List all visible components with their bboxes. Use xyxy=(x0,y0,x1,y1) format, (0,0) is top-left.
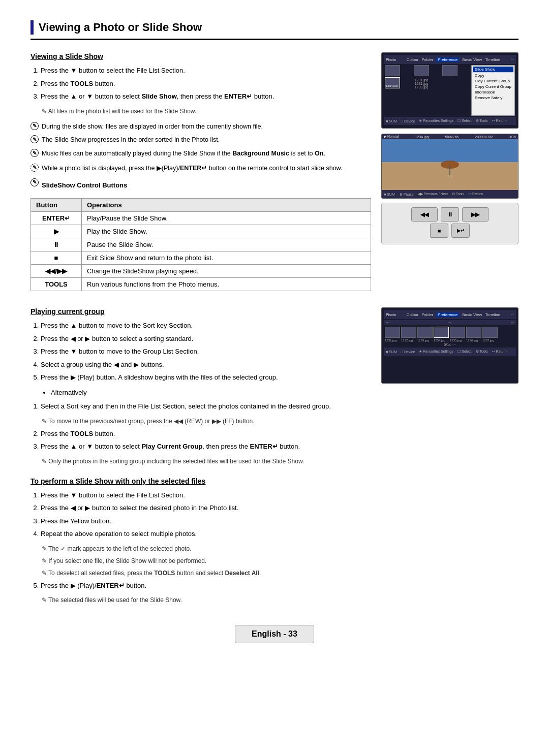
thumb-2 xyxy=(414,65,429,76)
umbrella-graphic xyxy=(440,161,460,180)
tab-basicview: Basic View xyxy=(462,57,482,62)
context-menu-copycurrent: Copy Current Group xyxy=(473,84,513,89)
tab3-basicview: Basic View xyxy=(462,312,482,317)
pcg-step-5: Press the ▶ (Play) button. A slideshow b… xyxy=(41,372,371,383)
filename-labels: 1231.jpg1232.jpg1233.jpg xyxy=(414,77,442,90)
context-menu-playcurrent: Play Current Group xyxy=(473,78,513,84)
context-menu-info: Information xyxy=(473,89,513,95)
step-3: Press the ▲ or ▼ button to select Slide … xyxy=(41,91,371,102)
g-thumb-3 xyxy=(417,327,433,338)
pcg-step-3: Press the ▼ button to move to the Group … xyxy=(41,346,371,357)
g-thumb-7 xyxy=(482,327,498,338)
playing-current-left: Playing current group Press the ▲ button… xyxy=(30,307,371,469)
bottom-sum: ■ SUM xyxy=(386,119,397,123)
thumb-3 xyxy=(442,65,458,76)
g-thumb-1 xyxy=(385,327,400,338)
page-display: 3/15 xyxy=(509,135,516,139)
alt-step1-note: ✎ To move to the previous/next group, pr… xyxy=(30,417,371,426)
g-thumb-2 xyxy=(401,327,416,338)
note-icon-5: ✎ xyxy=(30,178,39,186)
alternatively-list: Alternatively xyxy=(41,388,371,398)
sf-step-2: Press the ◀ or ▶ button to select the de… xyxy=(41,503,518,513)
g-thumb-5 xyxy=(450,327,465,338)
remote-btn-ff[interactable]: ▶▶ xyxy=(462,207,489,222)
screen-bottombar-2: ■ SUM ⏸ Pause ◀▶ Previous / Next ⚙ Tools… xyxy=(382,190,518,198)
bottom-return2: ↩ Return xyxy=(468,192,483,196)
slideshow-control-title: SlideShow Control Buttons xyxy=(42,180,127,191)
bottom-tools: ⚙ Tools xyxy=(476,119,488,123)
control-table: Button Operations ENTER↵ Play/Pause the … xyxy=(30,198,371,291)
tab3-folder: Folder xyxy=(421,312,433,317)
screen-infobar-2: ▶ Normal 1234.jpg 580x765 2009/01/02 3/1… xyxy=(382,134,518,139)
bottom3-return: ↩ Return xyxy=(492,350,507,354)
tab3-timeline: Timeline xyxy=(485,312,500,317)
tab-preference: Preference xyxy=(436,57,459,62)
table-row: ⏸ Pause the Slide Show. xyxy=(31,238,371,251)
pcg-step-1: Press the ▲ button to move to the Sort k… xyxy=(41,321,371,331)
table-header-button: Button xyxy=(31,199,82,212)
btn-pause: ⏸ xyxy=(31,238,82,251)
remote-btn-stop[interactable]: ■ xyxy=(430,224,448,238)
remote-btn-rew[interactable]: ◀◀ xyxy=(411,207,438,222)
alt-step-1: Select a Sort key and then in the File L… xyxy=(41,401,371,412)
thumb-1 xyxy=(385,65,400,76)
selected-files-section: To perform a Slide Show with only the se… xyxy=(30,477,518,605)
op-rewff: Change the SlideShow playing speed. xyxy=(82,265,371,278)
table-row: ▶ Play the Slide Show. xyxy=(31,225,371,238)
filename-display: 1234.jpg xyxy=(415,135,429,139)
screen-mock-3: Photo Colour Folder Preference Basic Vie… xyxy=(381,307,518,384)
note-1: ✎ During the slide show, files are displ… xyxy=(30,122,371,132)
tab-colour: Colour xyxy=(407,57,419,62)
title-accent-bar xyxy=(30,20,34,35)
alt-note: ✎ Only the photos in the sorting group i… xyxy=(30,457,371,466)
sf-note-1: ✎ The ✓ mark appears to the left of the … xyxy=(30,544,518,553)
remote-btn-play-enter[interactable]: ▶↵ xyxy=(451,224,470,238)
page-title-section: Viewing a Photo or Slide Show xyxy=(30,20,518,40)
tab3-preference: Preference xyxy=(436,312,459,317)
table-row: TOOLS Run various functions from the Pho… xyxy=(31,278,371,291)
playing-current-right: Photo Colour Folder Preference Basic Vie… xyxy=(381,307,518,469)
step-2: Press the TOOLS button. xyxy=(41,79,371,89)
bottom3-tools: ⚙ Tools xyxy=(476,350,488,354)
svg-rect-2 xyxy=(448,175,452,178)
slideshow-control-label: ✎ SlideShow Control Buttons xyxy=(30,178,371,195)
pcg-step-2: Press the ◀ or ▶ button to select a sort… xyxy=(41,334,371,344)
screen-topbar-1: Photo Colour Folder Preference Basic Vie… xyxy=(384,55,516,64)
playing-current-title: Playing current group xyxy=(30,307,371,316)
bottom3-select: ☐ Select xyxy=(458,350,471,354)
op-play: Play the Slide Show. xyxy=(82,225,371,238)
alternatively-item: Alternatively xyxy=(51,388,371,398)
resolution-display: 580x765 xyxy=(445,135,459,139)
btn-rewff: ◀◀/▶▶ xyxy=(31,265,82,278)
remote-row-2: ■ ▶↵ xyxy=(386,224,514,238)
note-3: ✎ Music files can be automatically playe… xyxy=(30,149,371,159)
btn-enter: ENTER↵ xyxy=(31,212,82,225)
slide-show-left: Viewing a Slide Show Press the ▼ button … xyxy=(30,52,371,299)
screen-mock-2: ▶ Normal 1234.jpg 580x765 2009/01/02 3/1… xyxy=(381,134,518,199)
date-display: 2009/01/02 xyxy=(475,135,493,139)
thumb-4: 1234.jpg xyxy=(385,77,400,88)
screen-tabs-3: Colour Folder Preference Basic View Time… xyxy=(407,312,500,317)
table-header-operations: Operations xyxy=(82,199,371,212)
remote-btn-pause[interactable]: ⏸ xyxy=(441,207,459,222)
screen-bottombar-1: ■ SUM □ Device ★ Favourites Settings ☐ S… xyxy=(384,117,516,125)
btn-tools: TOOLS xyxy=(31,278,82,291)
btn-stop: ■ xyxy=(31,251,82,265)
bottom3-device: □ Device xyxy=(401,350,415,354)
sf-note-2: ✎ If you select one file, the Slide Show… xyxy=(30,556,518,565)
slide-show-right: Photo Colour Folder Preference Basic Vie… xyxy=(381,52,518,299)
tab-folder: Folder xyxy=(421,57,433,62)
sf-step-5: Press the ▶ (Play)/ENTER↵ button. xyxy=(41,581,518,591)
g-thumb-6 xyxy=(466,327,481,338)
selected-files-steps: Press the ▼ button to select the File Li… xyxy=(30,490,518,539)
note-icon-2: ✎ xyxy=(30,135,39,143)
playing-current-group-section: Playing current group Press the ▲ button… xyxy=(30,307,518,469)
sf-note-4: ✎ The selected files will be used for th… xyxy=(30,595,518,605)
table-row: ■ Exit Slide Show and return to the phot… xyxy=(31,251,371,265)
step-1: Press the ▼ button to select the File Li… xyxy=(41,66,371,76)
bottom3-sum: ■ SUM xyxy=(386,350,397,354)
note-icon-1: ✎ xyxy=(30,122,39,130)
bottom-device: □ Device xyxy=(401,119,415,123)
slideshow-photo xyxy=(382,139,518,190)
sf-step-3: Press the Yellow button. xyxy=(41,516,518,526)
